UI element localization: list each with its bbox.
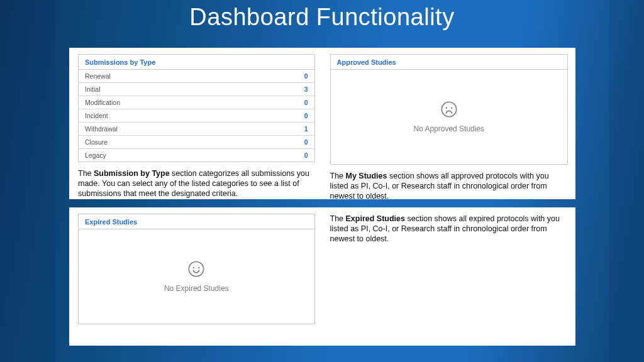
svg-point-4: [193, 266, 195, 268]
row-count: 0: [304, 151, 308, 159]
row-count: 0: [304, 99, 308, 106]
col-submissions: Submissions by Type Renewal 0 Initial 3 …: [69, 48, 323, 199]
col-expired-caption: The Expired Studies section shows all ex…: [323, 207, 576, 346]
widget-header: Approved Studies: [331, 55, 568, 70]
widget-expired-studies: Expired Studies No Expired Studies: [78, 214, 315, 324]
submissions-list: Renewal 0 Initial 3 Modification 0 Incid…: [79, 70, 314, 162]
empty-message: No Expired Studies: [164, 284, 229, 293]
row-count: 0: [304, 138, 308, 146]
svg-point-3: [189, 261, 204, 276]
panel-top: Submissions by Type Renewal 0 Initial 3 …: [69, 48, 575, 199]
row-label: Renewal: [85, 72, 111, 80]
submission-type-row[interactable]: Legacy 0: [79, 149, 314, 162]
row-count: 0: [304, 72, 308, 80]
caption-text: The: [330, 172, 346, 180]
caption-bold: My Studies: [346, 172, 387, 180]
svg-point-0: [441, 102, 456, 116]
col-approved: Approved Studies No Approved Studies The…: [323, 48, 576, 199]
submission-type-row[interactable]: Modification 0: [79, 96, 314, 109]
caption-submissions: The Submission by Type section categoriz…: [78, 168, 315, 199]
empty-message: No Approved Studies: [413, 124, 484, 133]
row-label: Incident: [85, 112, 108, 119]
panel-bottom: Expired Studies No Expired Studies: [69, 207, 575, 346]
row-label: Modification: [85, 99, 120, 106]
row-count: 3: [304, 85, 308, 93]
widget-submissions-by-type: Submissions by Type Renewal 0 Initial 3 …: [78, 54, 315, 162]
row-label: Withdrawal: [85, 125, 118, 133]
row-label: Initial: [85, 85, 101, 93]
empty-state-expired: No Expired Studies: [79, 229, 314, 324]
widget-header: Expired Studies: [79, 214, 314, 229]
caption-bold: Submission by Type: [94, 169, 170, 178]
caption-text: The: [78, 169, 94, 178]
widget-approved-studies: Approved Studies No Approved Studies: [330, 54, 569, 165]
empty-state-approved: No Approved Studies: [331, 70, 568, 164]
svg-point-1: [445, 107, 447, 109]
submission-type-row[interactable]: Renewal 0: [79, 70, 314, 83]
slide-title: Dashboard Functionality: [0, 0, 644, 36]
submission-type-row[interactable]: Initial 3: [79, 83, 314, 96]
submission-type-row[interactable]: Withdrawal 1: [79, 123, 314, 136]
caption-text: The: [330, 214, 346, 223]
caption-bold: Expired Studies: [346, 214, 405, 223]
caption-approved: The My Studies section shows all approve…: [330, 171, 569, 201]
row-label: Legacy: [85, 151, 106, 159]
submission-type-row[interactable]: Closure 0: [79, 136, 314, 149]
row-count: 1: [304, 125, 308, 133]
row-count: 0: [304, 112, 308, 119]
submission-type-row[interactable]: Incident 0: [79, 109, 314, 123]
row-label: Closure: [85, 138, 108, 146]
widget-header: Submissions by Type: [79, 55, 314, 70]
smile-face-icon: [187, 260, 205, 280]
svg-point-5: [198, 266, 200, 268]
svg-point-2: [451, 107, 453, 109]
col-expired: Expired Studies No Expired Studies: [69, 207, 323, 346]
caption-expired: The Expired Studies section shows all ex…: [330, 214, 569, 244]
sad-face-icon: [440, 101, 458, 121]
